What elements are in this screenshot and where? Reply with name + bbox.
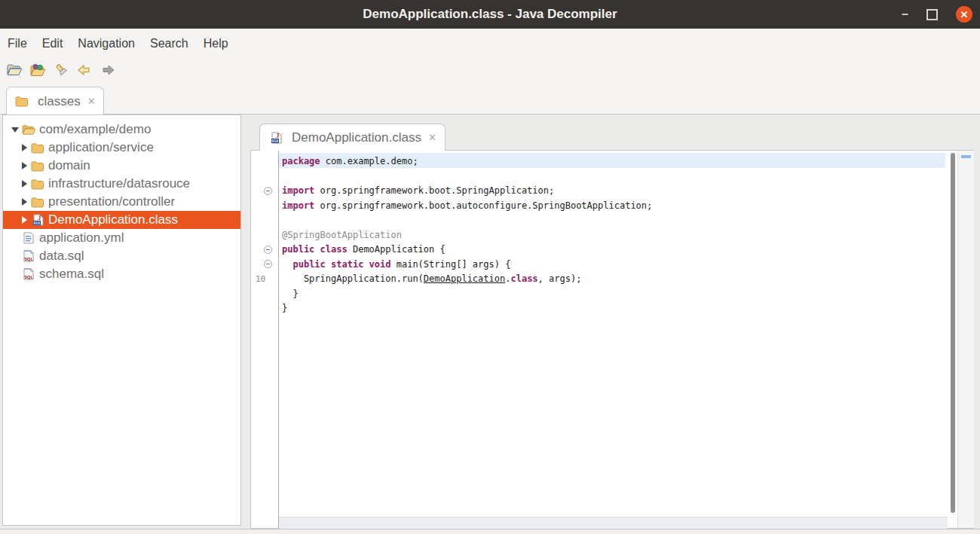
annotation: @SpringBootApplication [282, 230, 402, 240]
tree-collapsed-arrow-icon[interactable] [18, 198, 30, 206]
code-text: } [282, 303, 287, 313]
sql-icon: SQL [21, 268, 36, 280]
window-controls: – ✕ [902, 0, 972, 29]
code-line: package com.example.demo; [282, 154, 652, 169]
code-text: com.example.demo; [320, 156, 418, 166]
tree-item-label: DemoApplication.class [48, 212, 178, 227]
tree-collapsed-arrow-icon[interactable] [18, 162, 30, 169]
code-line: import org.springframework.boot.autoconf… [282, 199, 652, 214]
code-line: SpringApplication.run(DemoApplication.cl… [282, 272, 652, 287]
folder-icon [30, 197, 45, 208]
code-text: main(String[] args) { [391, 259, 511, 270]
minimize-button[interactable]: – [902, 8, 908, 20]
folder-icon [30, 142, 45, 154]
vertical-scrollbar-thumb[interactable] [951, 153, 955, 513]
menu-edit[interactable]: Edit [42, 37, 63, 50]
code-line [282, 169, 652, 185]
titlebar: DemoApplication.class - Java Decompiler … [0, 0, 980, 29]
tab-classes-label: classes [38, 94, 81, 109]
folder-icon [30, 160, 45, 172]
code-line: } [282, 287, 652, 302]
keyword: public class [282, 244, 348, 255]
code-view[interactable]: package com.example.demo;import org.spri… [282, 154, 652, 316]
tree-item-label: schema.sql [39, 267, 104, 282]
main-area: com/example/demoapplication/servicedomai… [0, 114, 980, 529]
open-type-button[interactable] [29, 63, 46, 80]
class-file-icon: J010 [268, 132, 283, 144]
search-icon [54, 63, 69, 81]
search-button[interactable] [53, 63, 69, 80]
code-text: org.springframework.boot.SpringApplicati… [314, 185, 554, 196]
line-number: 10 [256, 274, 265, 284]
forward-icon [100, 64, 115, 79]
svg-text:010: 010 [33, 221, 40, 225]
folder-open-icon [21, 124, 36, 136]
tree-item-demoapplication-class[interactable]: J010DemoApplication.class [3, 211, 240, 229]
menu-help[interactable]: Help [204, 37, 228, 50]
keyword: public static void [292, 259, 390, 270]
code-editor: 10 package com.example.demo;import org.s… [250, 150, 974, 529]
sql-icon: SQL [21, 250, 36, 262]
editor-gutter: 10 [251, 151, 279, 528]
maximize-button[interactable] [926, 9, 938, 20]
tree-item-infrastructure-datasrouce[interactable]: infrastructure/datasrouce [3, 175, 240, 193]
fold-collapse-icon[interactable] [264, 260, 272, 268]
keyword: package [282, 156, 320, 166]
code-text: } [282, 288, 299, 299]
tree-item-label: data.sql [39, 249, 84, 264]
back-button[interactable] [76, 63, 93, 80]
menu-search[interactable]: Search [150, 37, 188, 50]
code-line: import org.springframework.boot.SpringAp… [282, 184, 652, 199]
app-window: DemoApplication.class - Java Decompiler … [0, 0, 980, 534]
open-file-icon [6, 63, 23, 80]
package-tree: com/example/demoapplication/servicedomai… [2, 114, 241, 526]
overview-ruler [957, 151, 974, 528]
horizontal-scrollbar[interactable] [279, 517, 948, 529]
tab-classes-close-icon[interactable]: ✕ [87, 96, 96, 107]
tree-item-com-example-demo[interactable]: com/example/demo [3, 121, 240, 139]
svg-text:SQL: SQL [24, 275, 33, 279]
menubar: FileEditNavigationSearchHelp [0, 29, 980, 59]
folder-icon [30, 179, 45, 190]
vertical-scrollbar[interactable] [948, 151, 957, 528]
tree-collapsed-arrow-icon[interactable] [18, 144, 30, 151]
tree-item-label: application.yml [39, 230, 124, 246]
tree-item-data-sql[interactable]: SQLdata.sql [3, 247, 240, 265]
fold-collapse-icon[interactable] [264, 187, 272, 195]
code-text: DemoApplication { [348, 244, 446, 255]
back-icon [77, 64, 92, 79]
type-hyperlink[interactable]: DemoApplication [424, 273, 505, 284]
editor-tab-close-icon[interactable]: ✕ [428, 132, 436, 143]
tree-expanded-arrow-icon[interactable] [9, 127, 21, 133]
tree-item-label: com/example/demo [39, 122, 151, 137]
tree-item-application-service[interactable]: application/service [3, 139, 240, 157]
svg-text:SQL: SQL [24, 257, 33, 261]
tree-item-domain[interactable]: domain [3, 157, 240, 175]
tab-classes[interactable]: classes ✕ [6, 87, 104, 115]
class-icon: J010 [30, 214, 45, 226]
tree-item-schema-sql[interactable]: SQLschema.sql [3, 265, 240, 283]
tree-collapsed-arrow-icon[interactable] [18, 216, 30, 224]
tab-demoapplication-class[interactable]: J010 DemoApplication.class ✕ [259, 124, 446, 151]
forward-button[interactable] [100, 63, 116, 80]
overview-ruler-mark[interactable] [961, 155, 971, 158]
code-text: org.springframework.boot.autoconfigure.S… [314, 200, 652, 211]
status-strip [0, 529, 980, 534]
tree-collapsed-arrow-icon[interactable] [18, 180, 30, 188]
menu-navigation[interactable]: Navigation [78, 37, 135, 50]
window-title: DemoApplication.class - Java Decompiler [363, 7, 617, 22]
tree-item-label: infrastructure/datasrouce [48, 176, 190, 191]
tree-item-label: application/service [48, 140, 154, 155]
tree-item-label: presentation/controller [48, 194, 175, 209]
svg-text:010: 010 [271, 138, 278, 142]
tree-item-application-yml[interactable]: application.yml [3, 229, 240, 247]
code-text: SpringApplication.run( [282, 273, 424, 284]
menu-file[interactable]: File [8, 37, 27, 50]
fold-collapse-icon[interactable] [264, 246, 272, 254]
code-text [282, 259, 292, 270]
code-line: } [282, 301, 652, 316]
tree-item-presentation-controller[interactable]: presentation/controller [3, 193, 240, 211]
open-file-button[interactable] [6, 63, 23, 80]
workspace-tabstrip: classes ✕ [0, 84, 980, 114]
close-button[interactable]: ✕ [956, 6, 972, 23]
